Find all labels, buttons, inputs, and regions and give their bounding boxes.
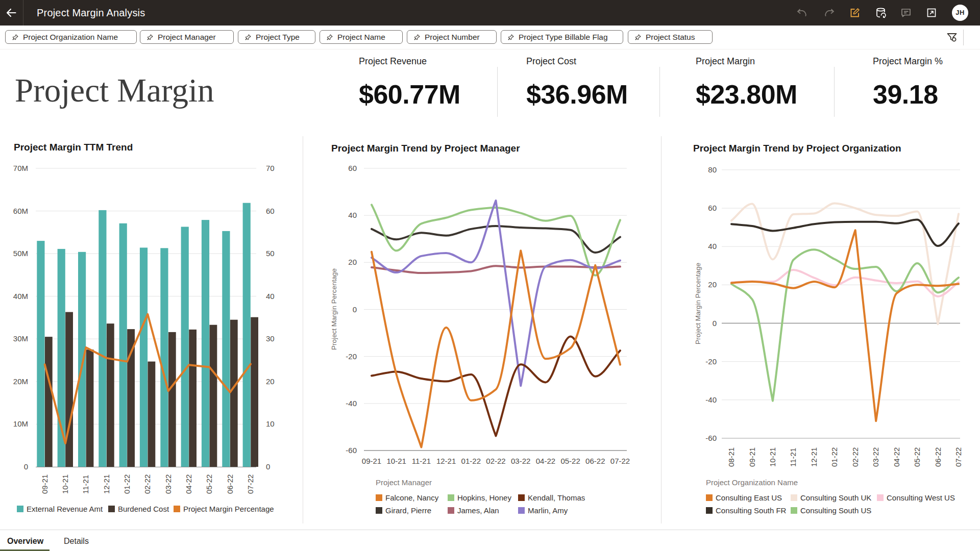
svg-text:James, Alan: James, Alan [457, 506, 499, 515]
svg-text:06-22: 06-22 [585, 457, 605, 465]
svg-text:06-22: 06-22 [934, 447, 942, 467]
svg-text:Project Margin Percentage: Project Margin Percentage [330, 268, 338, 350]
svg-text:07-22: 07-22 [610, 457, 630, 465]
svg-text:-20: -20 [705, 357, 717, 366]
svg-text:04-22: 04-22 [184, 474, 193, 494]
svg-text:Project Manager: Project Manager [376, 478, 432, 487]
svg-text:02-22: 02-22 [851, 447, 860, 467]
svg-text:Project Margin Percentage: Project Margin Percentage [694, 263, 702, 344]
svg-text:30M: 30M [13, 334, 28, 343]
svg-text:Consulting South FR: Consulting South FR [716, 506, 787, 515]
svg-text:0: 0 [24, 462, 28, 471]
svg-text:0: 0 [353, 305, 357, 314]
svg-text:10-21: 10-21 [387, 457, 406, 465]
svg-text:09-21: 09-21 [40, 474, 49, 494]
svg-text:20: 20 [266, 377, 275, 386]
svg-text:70: 70 [266, 164, 275, 172]
svg-text:Consulting West US: Consulting West US [887, 493, 955, 502]
svg-text:40M: 40M [13, 292, 28, 300]
svg-text:50: 50 [266, 249, 275, 258]
svg-text:-60: -60 [346, 446, 357, 455]
svg-text:02-22: 02-22 [143, 474, 152, 494]
svg-text:Consulting South US: Consulting South US [800, 506, 871, 515]
svg-text:80: 80 [708, 165, 717, 174]
svg-text:08-21: 08-21 [727, 447, 736, 467]
svg-text:Consulting East US: Consulting East US [716, 493, 782, 502]
svg-text:03-22: 03-22 [164, 474, 173, 494]
svg-text:-40: -40 [705, 395, 717, 404]
svg-text:20: 20 [708, 280, 717, 289]
svg-text:07-22: 07-22 [954, 447, 963, 467]
svg-text:01-22: 01-22 [122, 474, 131, 494]
svg-text:60M: 60M [13, 207, 28, 215]
svg-text:-60: -60 [705, 434, 717, 442]
svg-text:External Revenue Amt: External Revenue Amt [27, 505, 103, 513]
svg-text:03-22: 03-22 [511, 457, 530, 465]
svg-text:50M: 50M [13, 249, 28, 258]
svg-text:Project Margin Percentage: Project Margin Percentage [183, 505, 274, 513]
svg-text:11-21: 11-21 [81, 475, 90, 494]
svg-text:07-22: 07-22 [246, 474, 255, 494]
svg-text:40: 40 [266, 292, 275, 300]
svg-text:60: 60 [708, 204, 717, 212]
svg-text:05-22: 05-22 [205, 474, 213, 494]
svg-text:02-22: 02-22 [486, 457, 505, 465]
svg-text:Burdened Cost: Burdened Cost [118, 505, 169, 513]
svg-text:04-22: 04-22 [892, 447, 901, 467]
svg-text:0: 0 [713, 319, 717, 328]
svg-text:0: 0 [266, 462, 270, 471]
svg-text:05-22: 05-22 [560, 457, 580, 465]
svg-text:05-22: 05-22 [913, 447, 921, 467]
svg-text:12-21: 12-21 [436, 457, 456, 465]
svg-text:Consulting South UK: Consulting South UK [800, 493, 871, 502]
svg-text:10-21: 10-21 [768, 447, 777, 467]
svg-text:11-21: 11-21 [412, 457, 431, 465]
svg-text:60: 60 [266, 207, 275, 215]
svg-text:-20: -20 [346, 352, 357, 361]
svg-text:Project Organization Name: Project Organization Name [706, 478, 798, 487]
svg-text:01-22: 01-22 [461, 457, 481, 465]
svg-text:04-22: 04-22 [536, 457, 555, 465]
svg-text:-40: -40 [346, 399, 357, 408]
svg-text:10-21: 10-21 [61, 474, 69, 494]
svg-text:40: 40 [348, 211, 357, 219]
svg-text:Girard, Pierre: Girard, Pierre [385, 506, 431, 515]
svg-text:20M: 20M [13, 377, 28, 386]
svg-text:30: 30 [266, 334, 275, 343]
svg-text:Marlin, Amy: Marlin, Amy [528, 506, 568, 515]
svg-text:Hopkins, Honey: Hopkins, Honey [457, 493, 511, 502]
svg-text:01-22: 01-22 [830, 447, 839, 467]
svg-text:Falcone, Nancy: Falcone, Nancy [385, 493, 439, 502]
svg-text:40: 40 [708, 242, 717, 251]
svg-text:12-21: 12-21 [810, 447, 818, 467]
svg-text:06-22: 06-22 [226, 474, 234, 494]
svg-text:Kendall, Thomas: Kendall, Thomas [528, 493, 585, 502]
svg-text:11-21: 11-21 [789, 448, 797, 467]
svg-text:03-22: 03-22 [871, 447, 880, 467]
svg-text:12-21: 12-21 [102, 474, 111, 494]
svg-text:70M: 70M [13, 164, 28, 172]
svg-text:10M: 10M [13, 419, 28, 428]
svg-text:60: 60 [348, 164, 357, 172]
svg-text:20: 20 [348, 258, 357, 266]
svg-text:09-21: 09-21 [748, 447, 756, 467]
svg-text:09-21: 09-21 [362, 457, 381, 465]
svg-text:10: 10 [266, 419, 275, 428]
